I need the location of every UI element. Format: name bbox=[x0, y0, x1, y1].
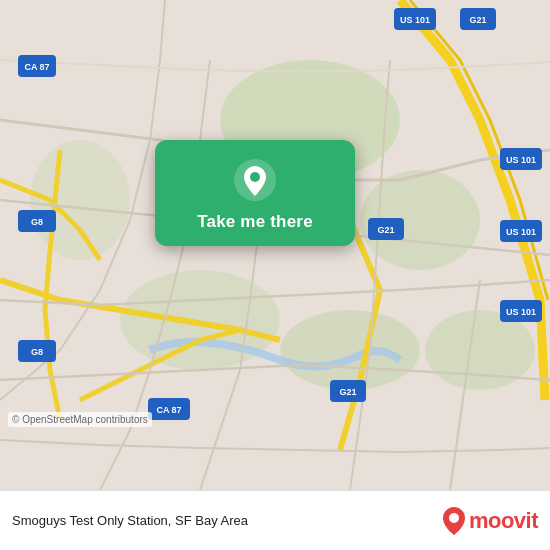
svg-text:US 101: US 101 bbox=[506, 155, 536, 165]
moovit-text: moovit bbox=[469, 508, 538, 534]
moovit-pin-icon bbox=[443, 507, 465, 535]
svg-point-6 bbox=[280, 310, 420, 390]
svg-text:US 101: US 101 bbox=[400, 15, 430, 25]
svg-text:G21: G21 bbox=[377, 225, 394, 235]
map-view: US 101 US 101 US 101 US 101 CA 87 G8 G8 … bbox=[0, 0, 550, 490]
svg-text:CA 87: CA 87 bbox=[24, 62, 49, 72]
moovit-logo: moovit bbox=[443, 507, 538, 535]
svg-text:G8: G8 bbox=[31, 217, 43, 227]
bottom-bar: Smoguys Test Only Station, SF Bay Area m… bbox=[0, 490, 550, 550]
location-pin-icon bbox=[233, 158, 277, 202]
copyright-text: © OpenStreetMap contributors bbox=[8, 412, 152, 427]
svg-text:G21: G21 bbox=[469, 15, 486, 25]
svg-text:G21: G21 bbox=[339, 387, 356, 397]
svg-text:US 101: US 101 bbox=[506, 227, 536, 237]
take-me-there-card[interactable]: Take me there bbox=[155, 140, 355, 246]
svg-point-31 bbox=[449, 513, 459, 523]
location-title: Smoguys Test Only Station, SF Bay Area bbox=[12, 513, 443, 528]
take-me-label: Take me there bbox=[197, 212, 313, 232]
svg-text:US 101: US 101 bbox=[506, 307, 536, 317]
svg-text:CA 87: CA 87 bbox=[156, 405, 181, 415]
svg-point-30 bbox=[250, 172, 260, 182]
svg-text:G8: G8 bbox=[31, 347, 43, 357]
